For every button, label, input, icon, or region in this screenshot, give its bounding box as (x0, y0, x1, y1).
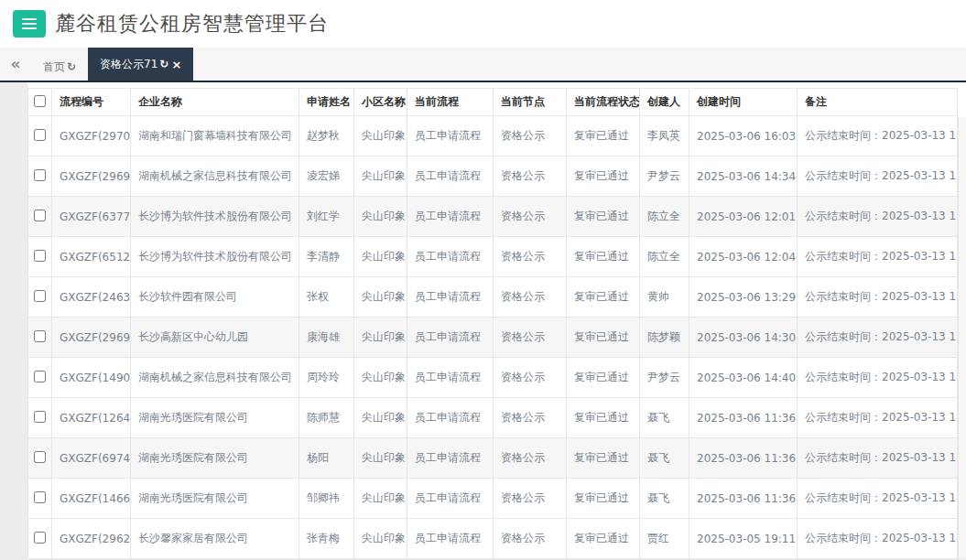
table-cell: 尹梦云 (640, 156, 689, 197)
table-cell: GXGZF(6974) (52, 438, 131, 479)
table-cell: GXGZF(6377) (52, 197, 131, 237)
row-checkbox[interactable] (34, 290, 46, 302)
table-cell: 2025-03-06 14:30:57 (689, 318, 798, 358)
row-checkbox[interactable] (34, 532, 46, 544)
table-cell: 李清静 (299, 237, 354, 277)
collapse-tabs-icon[interactable]: « (0, 57, 31, 72)
row-checkbox[interactable] (34, 210, 46, 221)
table-cell: 员工申请流程 (407, 116, 494, 156)
table-cell: 陈师慧 (299, 398, 354, 438)
tab-home[interactable]: 首页 ↻ (31, 53, 88, 81)
table-cell: 员工申请流程 (407, 156, 494, 197)
table-cell: 员工申请流程 (407, 398, 494, 438)
table-cell: 2025-03-06 12:04:57 (689, 237, 798, 277)
table-cell: 2025-03-06 14:40:33 (689, 358, 798, 398)
table-cell: 资格公示 (494, 398, 567, 438)
header-cell: 小区名称 (354, 89, 407, 116)
table-row: GXGZF(12648)湖南光琇医院有限公司陈师慧尖山印象员工申请流程资格公示复… (28, 398, 958, 438)
row-checkbox[interactable] (34, 250, 46, 262)
select-all-checkbox[interactable] (34, 95, 46, 107)
table-row: GXGZF(6377)长沙博为软件技术股份有限公司刘红学尖山印象员工申请流程资格… (28, 197, 958, 237)
table-cell: 2025-03-06 14:34:00 (689, 156, 798, 197)
table-row: GXGZF(14909)湖南机械之家信息科技有限公司周玲玲尖山印象员工申请流程资… (28, 358, 958, 398)
row-checkbox-cell (28, 358, 52, 398)
table-cell: 凌宏娣 (299, 156, 354, 197)
table-cell: 资格公示 (494, 237, 567, 277)
table-header-row: 流程编号企业名称申请姓名小区名称当前流程当前节点当前流程状态创建人创建时间备注 (28, 89, 958, 116)
header-checkbox-cell (28, 89, 52, 116)
refresh-icon[interactable]: ↻ (159, 58, 168, 70)
table-cell: 公示结束时间：2025-03-13 15:51:41 (798, 277, 958, 318)
table-cell: 尖山印象 (354, 156, 407, 197)
row-checkbox[interactable] (34, 169, 46, 181)
refresh-icon[interactable]: ↻ (67, 60, 76, 73)
header-cell: 当前流程 (407, 89, 494, 116)
header-cell: 当前节点 (494, 89, 567, 116)
row-checkbox-cell (28, 237, 52, 277)
table-cell: 尹梦云 (640, 358, 689, 398)
table-cell: 复审已通过 (567, 519, 640, 559)
table-cell: 公示结束时间：2025-03-13 15:52:28 (798, 156, 958, 197)
row-checkbox[interactable] (34, 129, 46, 141)
table-cell: 复审已通过 (567, 358, 640, 398)
table-cell: 资格公示 (494, 318, 567, 358)
table-cell: 尖山印象 (354, 277, 407, 318)
row-checkbox-cell (28, 156, 52, 197)
hamburger-menu-button[interactable] (13, 10, 46, 38)
table-cell: 公示结束时间：2025-03-13 15:52:05 (798, 237, 958, 277)
table-cell: 公示结束时间：2025-03-13 15:52:15 (798, 197, 958, 237)
table-cell: 公示结束时间：2025-03-13 15:51:06 (798, 358, 958, 398)
table-cell: 资格公示 (494, 479, 567, 519)
table-cell: GXGZF(14909) (52, 358, 131, 398)
table-cell: 资格公示 (494, 519, 567, 559)
table-cell: GXGZF(6512) (52, 237, 131, 277)
row-checkbox[interactable] (34, 411, 46, 423)
table-cell: 资格公示 (494, 277, 567, 318)
table-cell: 员工申请流程 (407, 318, 494, 358)
row-checkbox[interactable] (34, 451, 46, 463)
table-cell: 湖南光琇医院有限公司 (131, 479, 299, 519)
table-cell: 公示结束时间：2025-03-13 15:51:19 (798, 318, 958, 358)
table-cell: 资格公示 (494, 438, 567, 479)
app-header: 麓谷租赁公租房智慧管理平台 (0, 0, 966, 48)
table-cell: 资格公示 (494, 358, 567, 398)
table-cell: 聂飞 (640, 479, 689, 519)
table-cell: 尖山印象 (354, 237, 407, 277)
table-cell: 长沙博为软件技术股份有限公司 (131, 237, 299, 277)
content-area: 流程编号企业名称申请姓名小区名称当前流程当前节点当前流程状态创建人创建时间备注 … (0, 82, 966, 558)
header-cell: 备注 (798, 89, 958, 116)
header-cell: 创建时间 (689, 89, 798, 116)
table-cell: 员工申请流程 (407, 438, 494, 479)
table-cell: 长沙高新区中心幼儿园 (131, 318, 299, 358)
header-cell: 创建人 (640, 89, 689, 116)
tab-qualification-publicity[interactable]: 资格公示71 ↻ × (88, 48, 193, 81)
table-row: GXGZF(6974)湖南光琇医院有限公司杨阳尖山印象员工申请流程资格公示复审已… (28, 438, 958, 479)
table-cell: 张青梅 (299, 519, 354, 559)
table-cell: 复审已通过 (567, 398, 640, 438)
row-checkbox-cell (28, 479, 52, 519)
table-cell: 公示结束时间：2025-03-13 16:43:40 (798, 116, 958, 156)
table-cell: 尖山印象 (354, 197, 407, 237)
table-row: GXGZF(29627)长沙馨家家居有限公司张青梅尖山印象员工申请流程资格公示复… (28, 519, 958, 559)
table-cell: GXGZF(2463) (52, 277, 131, 318)
row-checkbox-cell (28, 398, 52, 438)
close-icon[interactable]: × (171, 58, 181, 71)
table-cell: 尖山印象 (354, 398, 407, 438)
table-cell: GXGZF(29627) (52, 519, 131, 559)
row-checkbox[interactable] (34, 491, 46, 503)
row-checkbox[interactable] (34, 330, 46, 342)
row-checkbox[interactable] (34, 371, 46, 382)
table-row: GXGZF(6512)长沙博为软件技术股份有限公司李清静尖山印象员工申请流程资格… (28, 237, 958, 277)
table-cell: 赵梦秋 (299, 116, 354, 156)
table-row: GXGZF(29697)长沙高新区中心幼儿园康海雄尖山印象员工申请流程资格公示复… (28, 318, 958, 358)
table-cell: 长沙软件园有限公司 (131, 277, 299, 318)
vertical-scrollbar[interactable] (958, 117, 966, 558)
table-cell: 员工申请流程 (407, 237, 494, 277)
table-cell: 复审已通过 (567, 237, 640, 277)
table-cell: 周玲玲 (299, 358, 354, 398)
table-cell: 资格公示 (494, 197, 567, 237)
table-cell: 尖山印象 (354, 479, 407, 519)
table-cell: 黄帅 (640, 277, 689, 318)
table-cell: 2025-03-06 11:36:09 (689, 398, 798, 438)
table-cell: 复审已通过 (567, 318, 640, 358)
